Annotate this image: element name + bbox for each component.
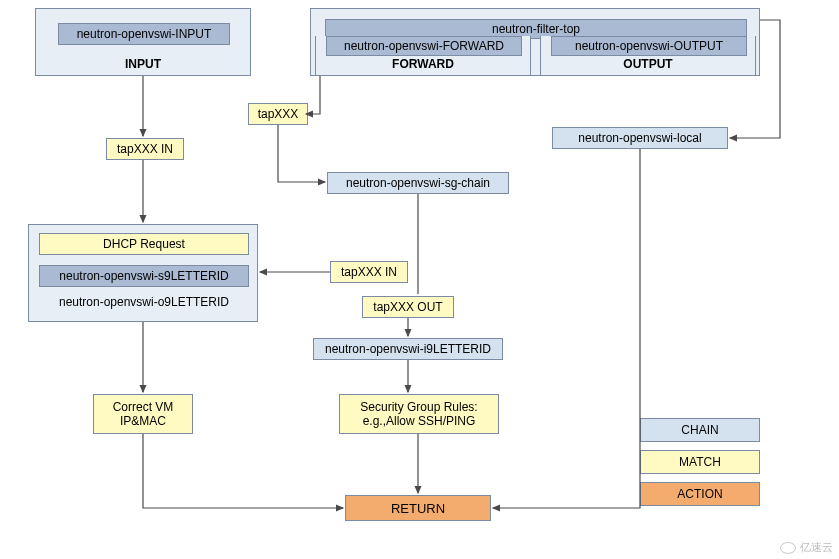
legend-action: ACTION — [640, 482, 760, 506]
watermark: 亿速云 — [780, 540, 833, 555]
match-tapxxx-in: tapXXX IN — [106, 138, 184, 160]
match-dhcp-request: DHCP Request — [39, 233, 249, 255]
match-tapxxx-in2: tapXXX IN — [330, 261, 408, 283]
chain-o9: neutron-openvswi-o9LETTERID — [39, 295, 249, 309]
chain-forward-sub: neutron-openvswi-FORWARD — [326, 36, 522, 56]
input-label: INPUT — [36, 57, 250, 71]
chain-local: neutron-openvswi-local — [552, 127, 728, 149]
match-correct-vm: Correct VM IP&MAC — [93, 394, 193, 434]
output-container: neutron-openvswi-OUTPUT OUTPUT — [540, 36, 756, 76]
match-tapxxx-out: tapXXX OUT — [362, 296, 454, 318]
legend-match: MATCH — [640, 450, 760, 474]
chain-output-sub: neutron-openvswi-OUTPUT — [551, 36, 747, 56]
output-label: OUTPUT — [541, 57, 755, 71]
chain-s9: neutron-openvswi-s9LETTERID — [39, 265, 249, 287]
chain-sg-chain: neutron-openvswi-sg-chain — [327, 172, 509, 194]
chain-input-sub: neutron-openvswi-INPUT — [58, 23, 230, 45]
forward-label: FORWARD — [316, 57, 530, 71]
left-block: DHCP Request neutron-openvswi-s9LETTERID… — [28, 224, 258, 322]
forward-container: neutron-openvswi-FORWARD FORWARD — [315, 36, 531, 76]
match-sg-rules: Security Group Rules: e.g.,Allow SSH/PIN… — [339, 394, 499, 434]
action-return: RETURN — [345, 495, 491, 521]
match-tapxxx: tapXXX — [248, 103, 308, 125]
watermark-text: 亿速云 — [800, 540, 833, 555]
cloud-icon — [780, 542, 796, 554]
input-container: neutron-openvswi-INPUT INPUT — [35, 8, 251, 76]
chain-i9: neutron-openvswi-i9LETTERID — [313, 338, 503, 360]
legend-chain: CHAIN — [640, 418, 760, 442]
